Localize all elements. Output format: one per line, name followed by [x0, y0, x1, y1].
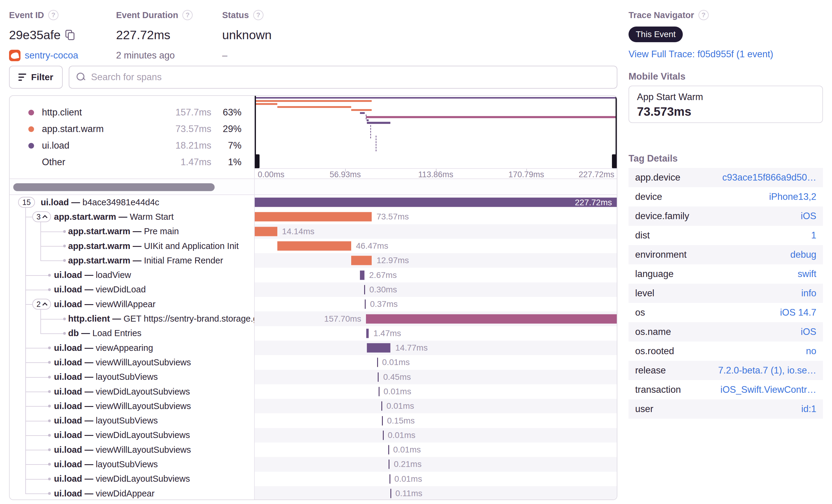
span-tree-cell[interactable]: ui.load — viewDidLayoutSubviews: [10, 472, 255, 486]
span-children-toggle[interactable]: 15: [18, 197, 35, 208]
span-bar[interactable]: [378, 372, 379, 381]
span-duration-cell[interactable]: 0.30ms: [255, 283, 617, 297]
span-tree-cell[interactable]: ui.load — viewDidLayoutSubviews: [10, 428, 255, 443]
span-bar[interactable]: [255, 212, 372, 221]
span-row[interactable]: ui.load — viewWillLayoutSubviews0.01ms: [10, 443, 617, 457]
span-row[interactable]: ui.load — layoutSubViews0.21ms: [10, 457, 617, 472]
span-duration-cell[interactable]: 1.47ms: [255, 326, 617, 341]
filter-button[interactable]: Filter: [9, 66, 63, 89]
span-duration-cell[interactable]: 0.45ms: [255, 370, 617, 384]
span-tree-cell[interactable]: db — Load Entries: [10, 326, 255, 341]
span-bar[interactable]: [255, 227, 277, 236]
span-tree-cell[interactable]: http.client — GET https://sentry-brand.s…: [10, 311, 255, 326]
span-duration-cell[interactable]: 0.37ms: [255, 297, 617, 311]
tag-value-link[interactable]: iOS 14.7: [780, 307, 816, 318]
span-bar[interactable]: [377, 358, 378, 367]
span-tree-cell[interactable]: ui.load — viewWillLayoutSubviews: [10, 399, 255, 413]
span-row[interactable]: ui.load — viewWillLayoutSubviews0.01ms: [10, 399, 617, 413]
span-tree-cell[interactable]: app.start.warm — Pre main: [10, 224, 255, 239]
help-icon[interactable]: ?: [48, 10, 58, 20]
span-row[interactable]: ui.load — viewDidLayoutSubviews0.01ms: [10, 384, 617, 399]
span-bar[interactable]: [388, 445, 389, 455]
span-row[interactable]: ui.load — viewWillLayoutSubviews0.01ms: [10, 355, 617, 370]
legend-row[interactable]: ui.load18.21ms7%: [28, 139, 241, 152]
span-tree-cell[interactable]: ui.load — viewDidLoad: [10, 283, 255, 297]
help-icon[interactable]: ?: [182, 10, 192, 20]
tag-value-link[interactable]: iOS_Swift.ViewContr…: [721, 384, 816, 395]
tag-value-link[interactable]: iOS: [801, 326, 816, 337]
span-tree-cell[interactable]: ui.load — viewWillLayoutSubviews: [10, 443, 255, 457]
span-tree-cell[interactable]: ui.load — layoutSubViews: [10, 370, 255, 384]
span-bar[interactable]: [390, 489, 391, 498]
copy-icon[interactable]: [66, 30, 75, 40]
span-duration-cell[interactable]: 14.14ms: [255, 224, 617, 239]
span-duration-cell[interactable]: 157.70ms: [255, 311, 617, 326]
span-row[interactable]: 15ui.load — b4ace34981e44d4c227.72ms: [10, 195, 617, 210]
span-row[interactable]: ui.load — layoutSubViews0.45ms: [10, 370, 617, 384]
app-start-warm-card[interactable]: App Start Warm 73.573ms: [628, 86, 823, 123]
span-bar[interactable]: [365, 300, 366, 309]
search-input[interactable]: [91, 72, 609, 83]
span-duration-cell[interactable]: 2.67ms: [255, 268, 617, 282]
project-link[interactable]: sentry-cocoa: [25, 50, 78, 61]
span-bar[interactable]: [364, 285, 365, 294]
span-tree-cell[interactable]: ui.load — viewDidLayoutSubviews: [10, 384, 255, 399]
span-bar[interactable]: [367, 343, 390, 353]
span-row[interactable]: ui.load — viewDidLayoutSubviews0.01ms: [10, 428, 617, 443]
span-row[interactable]: 3app.start.warm — Warm Start73.57ms: [10, 210, 617, 224]
legend-row[interactable]: http.client157.7ms63%: [28, 106, 241, 119]
tag-value-link[interactable]: 1: [811, 230, 816, 241]
span-children-toggle[interactable]: 3: [32, 211, 51, 222]
span-tree-cell[interactable]: ui.load — viewAppearing: [10, 341, 255, 355]
span-row[interactable]: 2ui.load — viewWillAppear0.37ms: [10, 297, 617, 311]
span-bar[interactable]: [382, 416, 383, 425]
span-bar[interactable]: [389, 460, 389, 469]
span-duration-cell[interactable]: 0.01ms: [255, 472, 617, 486]
span-bar[interactable]: [379, 387, 380, 396]
minimap-right-grabber[interactable]: [612, 154, 617, 168]
span-bar[interactable]: [381, 401, 382, 411]
view-full-trace-link[interactable]: View Full Trace: f05d955f (1 event): [628, 49, 773, 59]
tag-value-link[interactable]: debug: [790, 249, 816, 260]
span-tree-cell[interactable]: 3app.start.warm — Warm Start: [10, 210, 255, 224]
legend-row[interactable]: Other1.47ms1%: [28, 156, 241, 168]
trace-minimap[interactable]: [255, 96, 617, 168]
span-tree-cell[interactable]: app.start.warm — Initial Frame Render: [10, 253, 255, 268]
span-tree-cell[interactable]: 15ui.load — b4ace34981e44d4c: [10, 195, 255, 210]
span-bar[interactable]: [383, 430, 384, 440]
tag-value-link[interactable]: 7.2.0-beta.7 (1), io.se…: [718, 365, 816, 376]
span-duration-cell[interactable]: 12.97ms: [255, 253, 617, 268]
span-row[interactable]: ui.load — loadView2.67ms: [10, 268, 617, 282]
span-bar[interactable]: 227.72ms: [255, 198, 617, 207]
span-duration-cell[interactable]: 0.01ms: [255, 443, 617, 457]
span-row[interactable]: ui.load — viewDidAppear0.11ms: [10, 486, 617, 500]
scrollbar-thumb[interactable]: [13, 183, 215, 191]
help-icon[interactable]: ?: [699, 10, 709, 20]
span-tree-cell[interactable]: ui.load — loadView: [10, 268, 255, 282]
span-duration-cell[interactable]: 0.15ms: [255, 413, 617, 428]
span-duration-cell[interactable]: 0.21ms: [255, 457, 617, 472]
span-tree-cell[interactable]: app.start.warm — UIKit and Application I…: [10, 239, 255, 253]
span-tree-cell[interactable]: ui.load — viewDidAppear: [10, 486, 255, 500]
span-row[interactable]: app.start.warm — UIKit and Application I…: [10, 239, 617, 253]
minimap-left-grabber[interactable]: [255, 154, 260, 168]
span-duration-cell[interactable]: 73.57ms: [255, 210, 617, 224]
span-row[interactable]: ui.load — viewAppearing14.77ms: [10, 341, 617, 355]
span-tree-cell[interactable]: ui.load — layoutSubViews: [10, 413, 255, 428]
tag-value-link[interactable]: iPhone13,2: [769, 191, 816, 202]
span-row[interactable]: ui.load — layoutSubViews0.15ms: [10, 413, 617, 428]
tag-value-link[interactable]: c93ace15f866a9d50…: [722, 172, 816, 183]
tag-value-link[interactable]: swift: [798, 269, 816, 280]
span-bar[interactable]: [277, 241, 351, 251]
tag-value-link[interactable]: iOS: [801, 211, 816, 221]
span-bar[interactable]: [351, 256, 372, 265]
span-bar[interactable]: [360, 270, 364, 280]
span-row[interactable]: db — Load Entries1.47ms: [10, 326, 617, 341]
tag-value-link[interactable]: id:1: [801, 404, 816, 415]
span-children-toggle[interactable]: 2: [32, 299, 51, 310]
span-bar[interactable]: [366, 328, 369, 338]
help-icon[interactable]: ?: [253, 10, 263, 20]
span-tree-cell[interactable]: ui.load — viewWillLayoutSubviews: [10, 355, 255, 370]
span-bar[interactable]: [389, 474, 390, 483]
span-duration-cell[interactable]: 0.01ms: [255, 355, 617, 370]
